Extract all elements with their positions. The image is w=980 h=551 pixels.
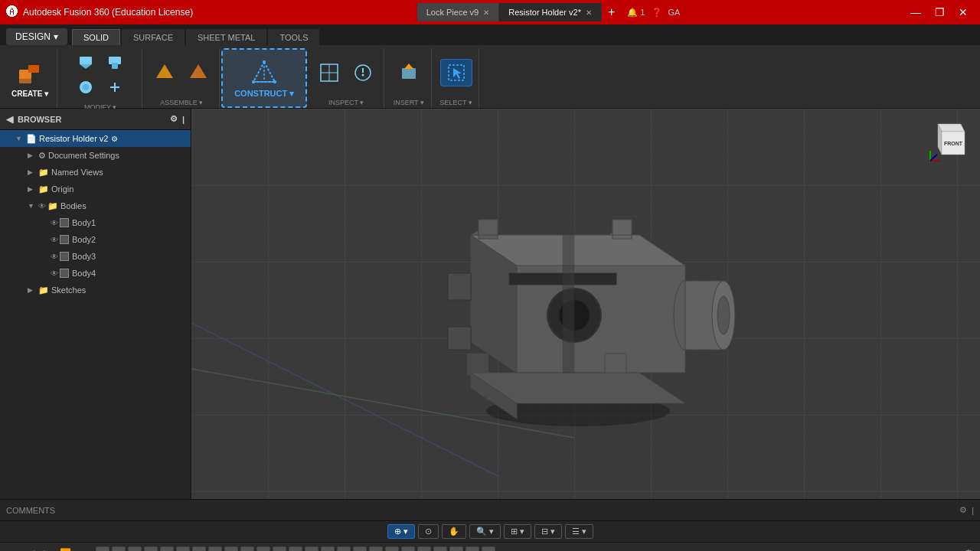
viewport[interactable]: FRONT [191,109,980,499]
timeline-item-1[interactable] [96,546,109,552]
modify-buttons [62,48,139,102]
eye-icon-body3[interactable]: 👁 [51,253,58,261]
timeline-item-21[interactable] [417,546,431,552]
tree-origin[interactable]: ▶ 📁 Origin [0,181,191,197]
tree-sketches[interactable]: ▶ 📁 Sketches [0,282,191,298]
tab-tools[interactable]: TOOLS [268,29,319,45]
collapse-sidebar-icon[interactable]: ◀ [6,114,13,125]
tab-solid[interactable]: SOLID [72,29,120,45]
tree-body4[interactable]: 👁 Body4 [0,265,191,282]
timeline-item-7[interactable] [192,546,206,552]
pan-button[interactable]: ⊙ [418,524,439,539]
eye-icon-body2[interactable]: 👁 [51,236,58,244]
eye-icon-bodies[interactable]: 👁 [38,202,46,210]
comments-resize-handle[interactable]: | [972,506,974,515]
tree-body2[interactable]: 👁 Body2 [0,231,191,248]
modify-btn-4[interactable] [101,76,129,99]
timeline-item-12[interactable] [273,546,286,552]
assemble-btn-1[interactable] [149,59,181,86]
sidebar-settings-icon[interactable]: ⚙ [170,114,178,124]
construct-button[interactable]: CONSTRUCT ▾ [230,55,298,102]
timeline-item-17[interactable] [353,546,367,552]
timeline-end-button[interactable]: ⏭ [77,546,93,552]
close-button[interactable]: ✕ [952,5,974,20]
notification-icon[interactable]: 🔔 1 [627,8,645,18]
orbit-button[interactable]: ✋ [442,524,466,539]
minimize-button[interactable]: — [904,5,927,20]
tree-sketches-arrow[interactable]: ▶ [28,286,38,294]
tree-body1[interactable]: 👁 Body1 [0,214,191,231]
tab-surface[interactable]: SURFACE [122,29,185,45]
modify-btn-1[interactable] [72,51,100,74]
timeline-item-5[interactable] [160,546,174,552]
tree-body3[interactable]: 👁 Body3 [0,248,191,265]
tab-sheet-metal[interactable]: SHEET METAL [186,29,266,45]
timeline-settings-icon[interactable]: ⚙ [964,547,974,552]
zoom-button[interactable]: 🔍 ▾ [469,524,501,539]
timeline-item-8[interactable] [208,546,222,552]
create-button[interactable]: CREATE ▾ [8,55,52,101]
tree-doc-arrow[interactable]: ▶ [28,152,38,159]
eye-icon-body1[interactable]: 👁 [51,219,58,227]
select-buttons [436,48,475,97]
timeline-item-2[interactable] [112,546,126,552]
eye-icon-body4[interactable]: 👁 [51,269,58,278]
tree-root-item[interactable]: ▼ 📄 Resistor Holder v2 ⚙ [0,130,191,147]
timeline-item-13[interactable] [289,546,302,552]
tree-origin-arrow[interactable]: ▶ [28,185,38,193]
timeline-item-20[interactable] [401,546,415,552]
tab-resistor-holder[interactable]: Resistor Holder v2* ✕ [499,3,602,21]
3d-model[interactable] [425,174,746,434]
view-mode-button[interactable]: ☰ ▾ [565,524,593,539]
tree-root-arrow[interactable]: ▼ [15,135,26,142]
tree-document-settings[interactable]: ▶ ⚙ Document Settings [0,147,191,164]
comments-settings-icon[interactable]: ⚙ [959,505,967,515]
timeline-item-16[interactable] [337,546,351,552]
tab-lock-piece[interactable]: Lock Piece v9 ✕ [417,3,499,21]
tree-named-views[interactable]: ▶ 📁 Named Views [0,164,191,181]
tree-bodies-arrow[interactable]: ▼ [28,202,38,210]
timeline-item-14[interactable] [305,546,318,552]
timeline-item-15[interactable] [321,546,335,552]
timeline-item-11[interactable] [256,546,270,552]
sidebar-resize-handle[interactable]: | [182,115,185,124]
tab-lock-piece-close[interactable]: ✕ [483,8,489,17]
timeline-item-18[interactable] [369,546,383,552]
timeline-item-22[interactable] [433,546,447,552]
timeline-item-24[interactable] [466,546,479,552]
modify-btn-2[interactable] [101,51,129,74]
help-icon[interactable]: ❓ [652,8,662,18]
timeline-prev-button[interactable]: ◀ [24,546,38,552]
insert-btn-1[interactable] [393,59,425,86]
timeline-item-3[interactable] [128,546,142,552]
assemble-btn-2[interactable] [182,59,214,86]
timeline-next-button[interactable]: ⏩ [57,546,74,552]
timeline-item-9[interactable] [224,546,238,552]
construct-label: CONSTRUCT ▾ [234,89,294,99]
maximize-button[interactable]: ❐ [929,5,951,20]
tab-add-button[interactable]: + [602,5,621,19]
timeline-item-25[interactable] [482,546,495,552]
grid-button[interactable]: ⊟ ▾ [534,524,562,539]
timeline-item-19[interactable] [385,546,399,552]
tree-root-settings-icon[interactable]: ⚙ [111,135,118,143]
nav-cube[interactable]: FRONT [926,116,972,162]
svg-rect-3 [80,57,92,64]
select-mode-button[interactable]: ⊕ ▾ [387,524,415,539]
user-avatar[interactable]: GA [668,8,681,17]
inspect-btn-2[interactable] [347,59,379,86]
timeline-play-button[interactable]: ▶ [41,546,54,552]
timeline-item-10[interactable] [240,546,254,552]
tab-resistor-holder-close[interactable]: ✕ [586,8,592,17]
inspect-btn-1[interactable] [313,59,345,86]
tree-views-arrow[interactable]: ▶ [28,168,38,176]
timeline-item-23[interactable] [449,546,463,552]
timeline-start-button[interactable]: ⏮ [6,546,21,552]
modify-btn-3[interactable] [72,76,100,99]
timeline-item-6[interactable] [176,546,190,552]
tree-bodies[interactable]: ▼ 👁 📁 Bodies [0,197,191,214]
display-settings-button[interactable]: ⊞ ▾ [504,524,531,539]
timeline-item-4[interactable] [144,546,158,552]
select-btn-1[interactable] [440,59,472,86]
design-dropdown-button[interactable]: DESIGN ▾ [6,28,67,45]
